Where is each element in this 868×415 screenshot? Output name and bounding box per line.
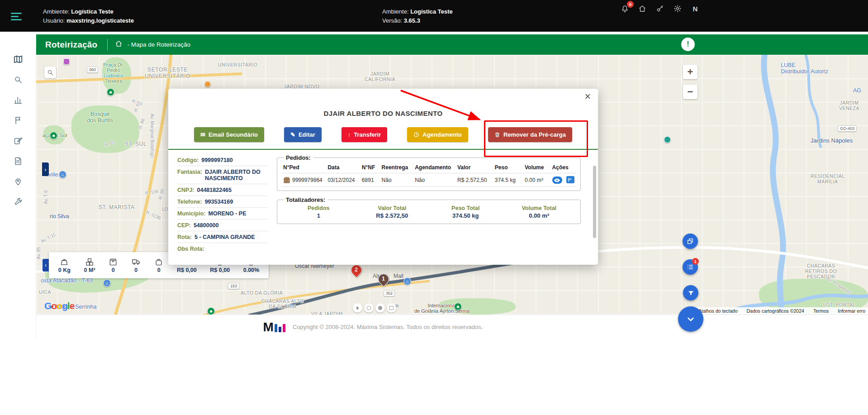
map-pin-icon xyxy=(14,177,23,186)
cell-volume: 0.00 m³ xyxy=(523,173,551,187)
sidebar-item-map[interactable] xyxy=(0,49,36,69)
gear-icon[interactable] xyxy=(672,3,683,14)
map-label: osta Atacadão - T-63 xyxy=(41,277,93,284)
client-name-title: DJAIR ALBERTO DO NASCIMENTO xyxy=(168,110,598,117)
keyboard-shortcuts-link[interactable]: Atalhos do teclado xyxy=(698,308,737,314)
map-label: Praça Dr. Pedro Ludovico Teixeira xyxy=(103,62,124,84)
layers-icon xyxy=(687,238,694,245)
totalizadores-fieldset: Totalizadores: Pedidos 1 Valor Total R$ … xyxy=(277,196,581,224)
luggage-icon xyxy=(154,258,163,267)
modal-actions: ✉ Email Secundário ✎ Editar ↑ Transferir… xyxy=(168,127,598,142)
pan-hand-tool[interactable] xyxy=(353,303,362,313)
hamburger-menu-icon[interactable] xyxy=(11,13,23,23)
alert-button[interactable]: ! xyxy=(681,38,695,51)
home-icon[interactable] xyxy=(636,3,648,14)
view-order-button[interactable] xyxy=(552,176,562,184)
zoom-out-button[interactable]: − xyxy=(683,85,697,99)
col-header: Ações xyxy=(551,162,576,173)
sidebar-item-milestones[interactable] xyxy=(0,110,36,130)
google-logo[interactable]: Google xyxy=(44,301,74,311)
map-label: UICA xyxy=(39,289,51,295)
zoom-in-button[interactable]: + xyxy=(683,65,697,79)
filter-button[interactable] xyxy=(683,285,698,301)
stat-trucks: 0 xyxy=(131,258,141,273)
park-marker[interactable]: ♣ xyxy=(207,307,215,315)
sidebar-item-location[interactable] xyxy=(0,171,36,191)
map-icon xyxy=(13,54,23,64)
bell-badge: 0 xyxy=(627,1,634,8)
sidebar-item-search[interactable] xyxy=(0,69,36,90)
report-error-link[interactable]: Informar erro xyxy=(838,308,865,314)
sidebar xyxy=(0,32,36,339)
modal-scrollbar[interactable] xyxy=(593,166,596,238)
terms-link[interactable]: Termos xyxy=(813,308,829,314)
scroll-down-button[interactable] xyxy=(678,306,703,332)
sidebar-item-tools[interactable] xyxy=(0,191,36,212)
transit-marker[interactable] xyxy=(63,58,70,65)
park-marker[interactable]: ♣ xyxy=(107,88,114,96)
park-marker[interactable]: ♣ xyxy=(454,303,462,310)
key-icon[interactable] xyxy=(654,3,666,14)
circle-select-tool[interactable] xyxy=(375,303,385,313)
map-attribution: Atalhos do teclado Dados cartográficos ©… xyxy=(691,307,868,315)
n-icon[interactable]: N xyxy=(689,3,701,14)
poi-marker[interactable] xyxy=(664,136,671,143)
lodging-marker[interactable]: ⌂ xyxy=(403,277,411,285)
lodging-marker[interactable]: ⌂ xyxy=(59,171,66,178)
col-header: Data xyxy=(326,162,360,173)
pedidos-fieldset: Pedidos: N°Ped Data N°NF Reentrega Agend… xyxy=(277,154,581,191)
orders-table: N°Ped Data N°NF Reentrega Agendamento Va… xyxy=(282,162,576,187)
col-header: Reentrega xyxy=(380,162,414,173)
map-label: ST. SUL xyxy=(125,141,147,147)
sidebar-item-reports[interactable] xyxy=(0,90,36,110)
chevron-down-icon xyxy=(685,313,697,325)
bar-chart-icon xyxy=(14,95,23,105)
email-secundario-button[interactable]: ✉ Email Secundário xyxy=(194,127,264,142)
map-label: Av. T-9 xyxy=(43,190,48,204)
rectangle-select-tool[interactable] xyxy=(387,303,396,313)
col-header: Valor xyxy=(456,162,493,173)
wrench-icon xyxy=(14,197,23,206)
breadcrumb-home-icon[interactable] xyxy=(115,40,123,49)
package-icon xyxy=(283,176,290,183)
client-details: Código:9999997180 Fantasia:DJAIR ALBERTO… xyxy=(177,154,268,254)
sidebar-item-edit[interactable] xyxy=(0,130,36,151)
stat-volume: 0 M³ xyxy=(84,258,95,273)
totalizadores-legend: Totalizadores: xyxy=(284,196,327,203)
statsbar-collapse-button[interactable]: ‹ xyxy=(43,259,49,272)
versao-label: Versão: xyxy=(382,17,402,24)
map-label: Av. 85 xyxy=(36,247,41,259)
map-label: AG xyxy=(853,87,861,94)
lodging-marker[interactable]: ⌂ xyxy=(103,279,111,287)
file-icon xyxy=(14,157,23,166)
layers-panel-button[interactable] xyxy=(683,234,698,249)
notification-bell-icon[interactable]: 0 xyxy=(619,3,631,14)
client-detail-modal: × DJAIR ALBERTO DO NASCIMENTO ✉ Email Se… xyxy=(168,89,598,265)
filter-icon xyxy=(688,290,694,296)
module-header: Roteirização - Mapa de Roteirização ! xyxy=(36,34,868,55)
envelope-icon: ✉ xyxy=(200,131,205,138)
panel-expand-button[interactable]: › xyxy=(42,162,49,176)
park-marker[interactable]: ♣ xyxy=(50,132,57,139)
cell-peso: 374.5 kg xyxy=(493,173,523,187)
remover-pre-carga-button[interactable]: Remover da Pré-carga xyxy=(488,127,572,142)
close-icon[interactable]: × xyxy=(585,91,591,102)
lasso-tool[interactable] xyxy=(364,303,374,313)
map-label: Bosque dos Buritis xyxy=(87,111,113,124)
agendamento-button[interactable]: Agendamento xyxy=(407,127,468,142)
editar-button[interactable]: ✎ Editar xyxy=(284,127,322,142)
clock-icon xyxy=(413,132,419,138)
truck-icon xyxy=(131,258,141,267)
order-comment-button[interactable] xyxy=(566,176,574,183)
map-search-button[interactable] xyxy=(44,67,56,78)
sidebar-item-invoice[interactable] xyxy=(0,151,36,171)
table-row[interactable]: 9999979864 03/12/2024 6891 Não Não R$ 2.… xyxy=(282,173,576,187)
route-list-button[interactable]: 1 xyxy=(683,259,698,275)
modal-body: Código:9999997180 Fantasia:DJAIR ALBERTO… xyxy=(168,150,598,254)
pedidos-legend: Pedidos: xyxy=(284,154,313,161)
map-label: JARDIM VENEZA xyxy=(830,100,868,111)
map-label: JARDIM CALIFORNIA xyxy=(365,71,395,82)
transferir-button[interactable]: ↑ Transferir xyxy=(342,127,387,142)
poi-marker[interactable] xyxy=(204,81,211,87)
usuario-value: maxstring.logisticateste xyxy=(66,17,134,24)
